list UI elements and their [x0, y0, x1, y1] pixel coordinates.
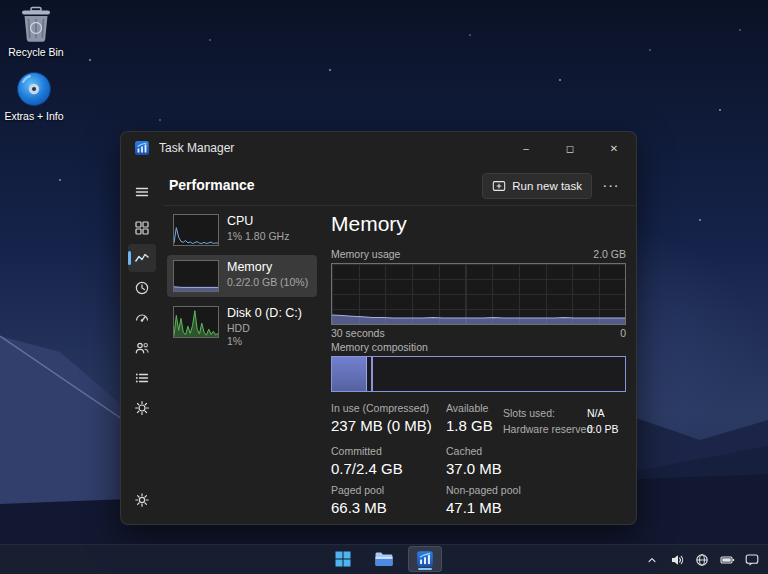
perf-item-sub2: 1% [227, 335, 302, 349]
disc-icon [15, 70, 53, 108]
windows-start-icon [334, 550, 352, 568]
page-header: Performance Run new task ··· [163, 164, 636, 206]
taskbar [0, 544, 768, 574]
memory-composition-bar[interactable] [331, 356, 626, 392]
sidebar-item-details[interactable] [128, 364, 156, 392]
desktop-icon-recycle-bin[interactable]: Recycle Bin [2, 6, 70, 58]
users-icon [134, 340, 150, 356]
performance-list: CPU 1% 1.80 GHz Memory 0.2/2.0 GB (10%) [167, 209, 317, 354]
composition-in-use-segment [332, 357, 367, 391]
file-explorer-icon [374, 550, 394, 568]
sidebar-item-processes[interactable] [128, 214, 156, 242]
perf-item-name: Memory [227, 260, 308, 276]
task-manager-logo-icon [134, 140, 150, 156]
tray-network-icon[interactable] [694, 549, 710, 571]
startup-apps-icon [134, 310, 150, 326]
task-manager-taskbar-button[interactable] [408, 546, 442, 572]
stat-paged-pool: Paged pool 66.3 MB [331, 484, 387, 516]
perf-item-sub: HDD [227, 322, 302, 336]
desktop-icon-label: Recycle Bin [8, 46, 63, 58]
perf-item-sub: 1% 1.80 GHz [227, 230, 289, 244]
memory-mini-graph [173, 260, 219, 292]
close-button[interactable]: ✕ [592, 132, 636, 164]
composition-modified-segment [371, 357, 373, 391]
detail-title: Memory [331, 212, 407, 236]
new-task-icon [492, 179, 506, 193]
performance-icon [134, 250, 150, 266]
sidebar-item-users[interactable] [128, 334, 156, 362]
selected-accent-bar [128, 251, 131, 265]
perf-item-sub: 0.2/2.0 GB (10%) [227, 276, 308, 290]
details-icon [134, 370, 150, 386]
memory-composition-label: Memory composition [331, 341, 428, 353]
task-manager-window: Task Manager – ◻ ✕ [120, 131, 637, 525]
desktop: Recycle Bin Extras + Info [0, 0, 768, 574]
perf-item-memory[interactable]: Memory 0.2/2.0 GB (10%) [167, 255, 317, 297]
page-title: Performance [169, 177, 255, 193]
memory-scale-max: 2.0 GB [593, 248, 626, 260]
stat-hardware-reserved-value: 0.0 PB [587, 419, 619, 437]
tray-chat-icon[interactable] [744, 549, 760, 571]
run-new-task-button[interactable]: Run new task [482, 173, 592, 199]
start-button[interactable] [326, 546, 360, 572]
memory-usage-label: Memory usage [331, 248, 400, 260]
stat-cached: Cached 37.0 MB [446, 445, 502, 477]
stat-committed: Committed 0.7/2.4 GB [331, 445, 403, 477]
sidebar-item-app-history[interactable] [128, 274, 156, 302]
tray-volume-icon[interactable] [669, 549, 685, 571]
run-new-task-label: Run new task [512, 180, 582, 192]
sidebar-item-startup-apps[interactable] [128, 304, 156, 332]
task-manager-icon [416, 550, 434, 568]
sidebar [121, 164, 163, 524]
sidebar-item-performance[interactable] [128, 244, 156, 272]
more-options-button[interactable]: ··· [598, 173, 624, 197]
system-tray [644, 545, 760, 574]
menu-icon[interactable] [128, 178, 156, 206]
memory-usage-graph [331, 263, 626, 325]
tray-battery-icon[interactable] [719, 549, 735, 571]
axis-right-label: 0 [620, 327, 626, 339]
sidebar-item-services[interactable] [128, 394, 156, 422]
recycle-bin-icon [19, 6, 53, 44]
cpu-mini-graph [173, 214, 219, 246]
processes-icon [134, 220, 150, 236]
window-title: Task Manager [159, 141, 234, 155]
gear-icon [134, 492, 150, 508]
desktop-icon-label: Extras + Info [4, 110, 63, 122]
maximize-button[interactable]: ◻ [548, 132, 592, 164]
perf-item-disk0[interactable]: Disk 0 (D: C:) HDD 1% [167, 301, 317, 354]
app-history-icon [134, 280, 150, 296]
file-explorer-button[interactable] [367, 546, 401, 572]
stat-non-paged-pool: Non-paged pool 47.1 MB [446, 484, 521, 516]
stat-in-use: In use (Compressed) 237 MB (0 MB) [331, 402, 432, 434]
tray-chevron-up-icon[interactable] [644, 549, 660, 571]
stat-hardware-reserved: Hardware reserved: [503, 419, 595, 437]
services-icon [134, 400, 150, 416]
perf-item-cpu[interactable]: CPU 1% 1.80 GHz [167, 209, 317, 251]
active-app-indicator [418, 568, 432, 570]
stat-available: Available 1.8 GB [446, 402, 493, 434]
axis-left-label: 30 seconds [331, 327, 385, 339]
minimize-button[interactable]: – [504, 132, 548, 164]
memory-detail-panel: Memory Memory usage 2.0 GB 30 seconds 0 … [321, 208, 626, 524]
settings-button[interactable] [128, 486, 156, 514]
perf-item-name: CPU [227, 214, 289, 230]
disk-mini-graph [173, 306, 219, 338]
desktop-icon-extras-info[interactable]: Extras + Info [0, 70, 68, 122]
perf-item-name: Disk 0 (D: C:) [227, 306, 302, 322]
